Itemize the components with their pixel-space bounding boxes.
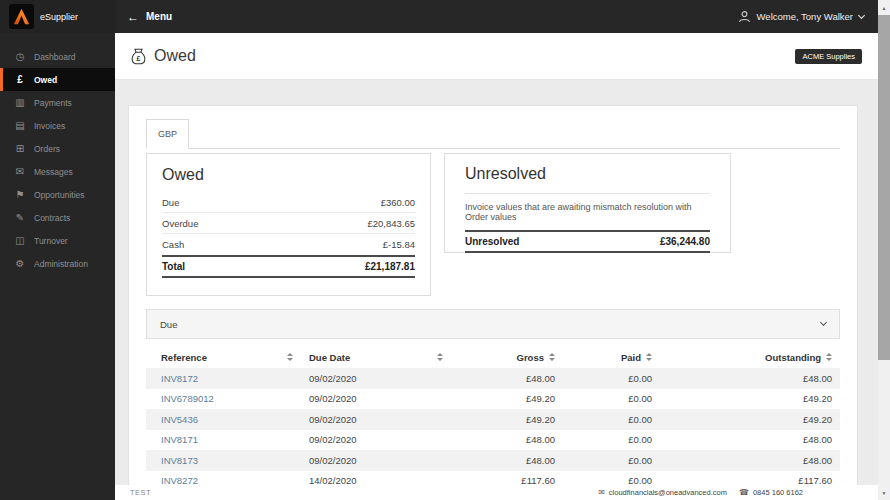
sidebar-item-messages[interactable]: ✉ Messages: [0, 160, 115, 183]
main-area: £ Owed ACME Supplies GBP Owed: [115, 33, 878, 500]
scroll-up-button[interactable]: ▲: [878, 1, 890, 14]
tab-gbp[interactable]: GBP: [146, 119, 189, 149]
cell-paid: £0.00: [563, 434, 660, 445]
total-label: Total: [162, 261, 185, 272]
cell-gross: £48.00: [451, 434, 563, 445]
sort-icon[interactable]: [549, 353, 555, 361]
table-row: INV6789012 09/02/2020 £49.20 £0.00 £49.2…: [146, 389, 840, 410]
turnover-icon: ◫: [14, 236, 26, 246]
cell-due-date: 09/02/2020: [301, 414, 451, 425]
invoice-link[interactable]: INV6789012: [161, 393, 214, 404]
invoice-link[interactable]: INV8172: [161, 373, 198, 384]
column-header-due-date[interactable]: Due Date: [301, 352, 451, 363]
sort-icon[interactable]: [646, 353, 652, 361]
invoice-link[interactable]: INV8173: [161, 455, 198, 466]
footer-email-link[interactable]: ✉ cloudfinancials@oneadvanced.com: [598, 488, 727, 497]
cell-gross: £49.20: [451, 414, 563, 425]
table-row: INV8173 09/02/2020 £48.00 £0.00 £48.00: [146, 450, 840, 471]
sidebar-item-administration[interactable]: ⚙ Administration: [0, 252, 115, 275]
sidebar-item-invoices[interactable]: ▤ Invoices: [0, 114, 115, 137]
opportunities-icon: ⚑: [14, 190, 26, 200]
stat-value: £-15.84: [383, 239, 415, 250]
sidebar-item-orders[interactable]: ⊞ Orders: [0, 137, 115, 160]
chevron-down-icon: [858, 11, 865, 18]
cell-gross: £49.20: [451, 393, 563, 404]
stat-value: £20,843.65: [367, 218, 415, 229]
currency-tabs: GBP: [146, 119, 840, 149]
vertical-scrollbar[interactable]: ▲ ▼: [878, 0, 890, 500]
cell-paid: £0.00: [563, 373, 660, 384]
table-row: INV8272 14/02/2020 £117.60 £0.00 £117.60: [146, 471, 840, 486]
cell-paid: £0.00: [563, 393, 660, 404]
sidebar-item-dashboard[interactable]: ◷ Dashboard: [0, 45, 115, 68]
chevron-down-icon[interactable]: [820, 319, 827, 326]
contracts-icon: ✎: [14, 213, 26, 223]
cell-gross: £48.00: [451, 373, 563, 384]
invoices-icon: ▤: [14, 121, 26, 131]
sidebar-item-label: Orders: [34, 144, 60, 154]
sidebar-item-label: Invoices: [34, 121, 65, 131]
menu-button[interactable]: ← Menu: [127, 11, 172, 23]
sidebar-item-contracts[interactable]: ✎ Contracts: [0, 206, 115, 229]
cell-outstanding: £49.20: [660, 414, 840, 425]
total-value: £21,187.81: [365, 261, 415, 272]
cell-due-date: 09/02/2020: [301, 455, 451, 466]
payments-icon: ▥: [14, 98, 26, 108]
cell-due-date: 14/02/2020: [301, 475, 451, 485]
logo-a-icon: [13, 8, 30, 25]
cell-outstanding: £48.00: [660, 373, 840, 384]
unresolved-panel-title: Unresolved: [465, 165, 710, 183]
cell-reference: INV5436: [146, 414, 301, 425]
money-bag-icon: £: [131, 48, 146, 65]
cell-reference: INV8171: [146, 434, 301, 445]
sidebar-item-label: Contracts: [34, 213, 70, 223]
cell-reference: INV6789012: [146, 393, 301, 404]
owed-total-row: Total £21,187.81: [162, 255, 415, 278]
sidebar-item-turnover[interactable]: ◫ Turnover: [0, 229, 115, 252]
column-header-paid[interactable]: Paid: [563, 352, 660, 363]
menu-label: Menu: [146, 11, 172, 22]
cell-paid: £0.00: [563, 414, 660, 425]
stat-label: Cash: [162, 239, 184, 250]
sidebar-item-label: Payments: [34, 98, 72, 108]
phone-icon: ☎: [739, 488, 749, 497]
column-header-reference[interactable]: Reference: [146, 352, 301, 363]
welcome-text: Welcome, Tony Walker: [757, 11, 853, 22]
sidebar-item-owed[interactable]: £ Owed: [0, 68, 115, 91]
sort-icon[interactable]: [437, 353, 443, 361]
sidebar-item-label: Administration: [34, 259, 88, 269]
svg-text:£: £: [137, 54, 141, 61]
due-section-header[interactable]: Due: [146, 309, 840, 339]
sort-icon[interactable]: [287, 353, 293, 361]
company-badge: ACME Supplies: [795, 49, 862, 64]
cell-due-date: 09/02/2020: [301, 393, 451, 404]
page-header: £ Owed ACME Supplies: [115, 33, 878, 80]
sort-icon[interactable]: [826, 353, 832, 361]
owed-panel-title: Owed: [162, 166, 415, 184]
stat-row: Overdue £20,843.65: [162, 213, 415, 234]
sidebar-item-label: Messages: [34, 167, 73, 177]
scroll-down-button[interactable]: ▼: [878, 486, 890, 499]
column-header-gross[interactable]: Gross: [451, 352, 563, 363]
footer-phone-link[interactable]: ☎ 0845 160 6162: [739, 488, 803, 497]
invoice-link[interactable]: INV8272: [161, 475, 198, 485]
sidebar-item-label: Owed: [34, 75, 57, 85]
invoice-link[interactable]: INV5436: [161, 414, 198, 425]
cell-gross: £117.60: [451, 475, 563, 485]
invoice-link[interactable]: INV8171: [161, 434, 198, 445]
column-header-outstanding[interactable]: Outstanding: [660, 352, 840, 363]
sidebar-item-opportunities[interactable]: ⚑ Opportunities: [0, 183, 115, 206]
divider: [465, 193, 710, 194]
user-menu[interactable]: Welcome, Tony Walker: [738, 10, 878, 23]
unresolved-panel: Unresolved Invoice values that are await…: [444, 153, 731, 253]
stat-label: Overdue: [162, 218, 198, 229]
sidebar-item-payments[interactable]: ▥ Payments: [0, 91, 115, 114]
due-table: Reference Due Date Gross: [146, 346, 840, 485]
messages-icon: ✉: [14, 167, 26, 177]
table-row: INV5436 09/02/2020 £49.20 £0.00 £49.20: [146, 409, 840, 430]
stat-row: Due £360.00: [162, 192, 415, 213]
cell-paid: £0.00: [563, 475, 660, 485]
scrollbar-thumb[interactable]: [878, 15, 890, 360]
table-row: INV8171 09/02/2020 £48.00 £0.00 £48.00: [146, 430, 840, 451]
cell-outstanding: £48.00: [660, 434, 840, 445]
